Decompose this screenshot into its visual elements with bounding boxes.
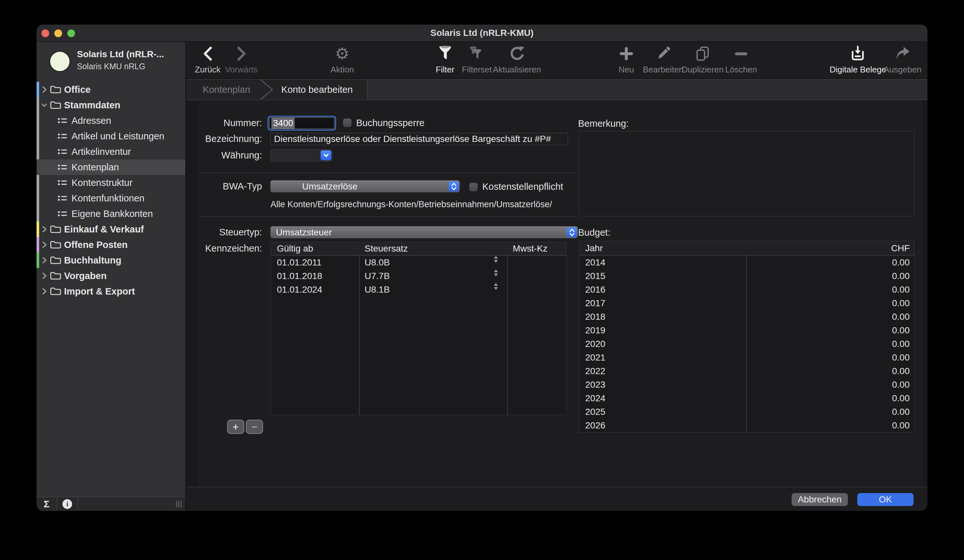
- amount-cell[interactable]: 0.00: [892, 352, 910, 363]
- stepper-icon[interactable]: [494, 283, 498, 297]
- chevron-right-icon[interactable]: [41, 241, 47, 248]
- bezeichnung-input[interactable]: Dienstleistungserlöse oder Dienstleistun…: [270, 133, 568, 145]
- year-cell[interactable]: 2025: [585, 407, 605, 417]
- back-button[interactable]: Zurück: [195, 43, 220, 77]
- stepper-icon[interactable]: [494, 256, 498, 269]
- filterset-button[interactable]: Filterset: [462, 43, 492, 77]
- year-cell[interactable]: 2023: [585, 380, 605, 390]
- add-row-button[interactable]: +: [227, 420, 244, 434]
- budget-row[interactable]: 20150.00: [580, 269, 914, 283]
- year-cell[interactable]: 2026: [585, 420, 605, 431]
- sidebar-item-vorgaben[interactable]: Vorgaben: [37, 268, 186, 284]
- chevron-right-icon[interactable]: [41, 86, 47, 93]
- amount-cell[interactable]: 0.00: [892, 420, 910, 431]
- sidebar-item-kontenplan[interactable]: Kontenplan: [37, 159, 186, 175]
- amount-cell[interactable]: 0.00: [892, 284, 910, 295]
- year-cell[interactable]: 2018: [585, 312, 605, 322]
- edit-button[interactable]: Bearbeiten: [643, 43, 684, 77]
- sidebar-item-artikel-und-leistungen[interactable]: Artikel und Leistungen: [37, 128, 186, 144]
- chevron-right-icon[interactable]: [41, 256, 47, 264]
- chevron-right-icon[interactable]: [41, 287, 47, 295]
- budget-row[interactable]: 20250.00: [580, 405, 914, 419]
- amount-cell[interactable]: 0.00: [892, 339, 910, 349]
- sidebar-divider[interactable]: [186, 42, 186, 511]
- sidebar-item-buchhaltung[interactable]: Buchhaltung: [37, 253, 186, 268]
- kostenstellenpflicht-checkbox[interactable]: [469, 183, 478, 192]
- budget-row[interactable]: 20160.00: [580, 283, 914, 297]
- amount-cell[interactable]: 0.00: [892, 271, 910, 281]
- sum-button[interactable]: Σ: [37, 497, 57, 511]
- year-cell[interactable]: 2015: [585, 271, 605, 281]
- amount-cell[interactable]: 0.00: [892, 407, 910, 417]
- steuersatz-cell[interactable]: U8.0B: [365, 256, 390, 269]
- sidebar-item-office[interactable]: Office: [37, 82, 186, 97]
- gueltig-ab-cell[interactable]: 01.01.2024: [277, 283, 322, 297]
- new-button[interactable]: Neu: [619, 43, 634, 77]
- year-cell[interactable]: 2022: [585, 366, 605, 377]
- cancel-button[interactable]: Abbrechen: [791, 493, 848, 506]
- sidebar-item-kontenfunktionen[interactable]: Kontenfunktionen: [37, 190, 186, 206]
- export-button[interactable]: Ausgeben: [883, 43, 921, 77]
- year-cell[interactable]: 2016: [585, 284, 605, 295]
- sidebar-item-artikelinventur[interactable]: Artikelinventur: [37, 144, 186, 159]
- year-cell[interactable]: 2014: [585, 257, 605, 268]
- resize-grip-icon[interactable]: [176, 501, 181, 507]
- year-cell[interactable]: 2020: [585, 339, 605, 349]
- steuertyp-popup[interactable]: Umsatzsteuer: [270, 226, 578, 238]
- sidebar-item-import-export[interactable]: Import & Export: [37, 284, 186, 299]
- action-button[interactable]: ⚙ Aktion: [331, 43, 354, 77]
- budget-row[interactable]: 20210.00: [580, 351, 914, 364]
- year-cell[interactable]: 2021: [585, 352, 605, 363]
- budget-row[interactable]: 20240.00: [580, 391, 914, 405]
- filter-button[interactable]: Filter: [436, 43, 454, 77]
- chevron-right-icon[interactable]: [41, 226, 47, 233]
- amount-cell[interactable]: 0.00: [892, 393, 910, 404]
- budget-row[interactable]: 20170.00: [580, 297, 914, 310]
- sidebar-item-eigene-bankkonten[interactable]: Eigene Bankkonten: [37, 206, 186, 221]
- waehrung-combobox[interactable]: [270, 149, 332, 161]
- digital-receipts-button[interactable]: Digitale Belege: [830, 43, 886, 77]
- budget-row[interactable]: 20260.00: [580, 419, 914, 432]
- amount-cell[interactable]: 0.00: [892, 312, 910, 322]
- buchungssperre-checkbox[interactable]: [343, 118, 352, 127]
- budget-row[interactable]: 20140.00: [580, 256, 914, 269]
- info-button[interactable]: i: [57, 497, 77, 511]
- stepper-icon[interactable]: [494, 269, 498, 283]
- steuersatz-cell[interactable]: U8.1B: [365, 283, 390, 297]
- sidebar-item-stammdaten[interactable]: Stammdaten: [37, 97, 186, 113]
- sidebar-item-offene-posten[interactable]: Offene Posten: [37, 237, 186, 253]
- amount-cell[interactable]: 0.00: [892, 366, 910, 377]
- nummer-input[interactable]: 3400: [267, 116, 336, 131]
- gueltig-ab-cell[interactable]: 01.01.2011: [277, 256, 322, 269]
- budget-row[interactable]: 20190.00: [580, 324, 914, 337]
- year-cell[interactable]: 2024: [585, 393, 605, 404]
- nummer-input-field[interactable]: 3400: [269, 117, 334, 129]
- delete-button[interactable]: Löschen: [725, 43, 757, 77]
- duplicate-button[interactable]: Duplizieren: [682, 43, 724, 77]
- steuertyp-popup-button[interactable]: [567, 227, 577, 237]
- bemerkung-textarea[interactable]: [579, 131, 915, 216]
- steuersatz-cell[interactable]: U7.7B: [365, 269, 390, 283]
- refresh-button[interactable]: Aktualisieren: [493, 43, 541, 77]
- amount-cell[interactable]: 0.00: [892, 298, 910, 308]
- waehrung-dropdown-button[interactable]: [321, 150, 331, 161]
- chevron-down-icon[interactable]: [41, 102, 47, 108]
- budget-row[interactable]: 20180.00: [580, 310, 914, 324]
- budget-row[interactable]: 20220.00: [580, 364, 914, 378]
- sidebar-item-einkauf-verkauf[interactable]: Einkauf & Verkauf: [37, 221, 186, 237]
- year-cell[interactable]: 2019: [585, 325, 605, 336]
- kennzeichen-row[interactable]: 01.01.2011 U8.0B: [271, 256, 567, 269]
- kennzeichen-row[interactable]: 01.01.2024 U8.1B: [271, 283, 567, 297]
- year-cell[interactable]: 2017: [585, 298, 605, 308]
- chevron-right-icon[interactable]: [41, 272, 47, 280]
- remove-row-button[interactable]: −: [246, 420, 263, 434]
- gueltig-ab-cell[interactable]: 01.01.2018: [277, 269, 322, 283]
- ok-button[interactable]: OK: [857, 493, 914, 506]
- amount-cell[interactable]: 0.00: [892, 325, 910, 336]
- bwa-typ-popup[interactable]: Umsatzerlöse: [270, 180, 460, 192]
- budget-row[interactable]: 20230.00: [580, 378, 914, 391]
- amount-cell[interactable]: 0.00: [892, 380, 910, 390]
- sidebar-item-kontenstruktur[interactable]: Kontenstruktur: [37, 175, 186, 190]
- tab-kontenplan[interactable]: Kontenplan: [196, 80, 257, 100]
- bwa-typ-popup-button[interactable]: [449, 182, 459, 192]
